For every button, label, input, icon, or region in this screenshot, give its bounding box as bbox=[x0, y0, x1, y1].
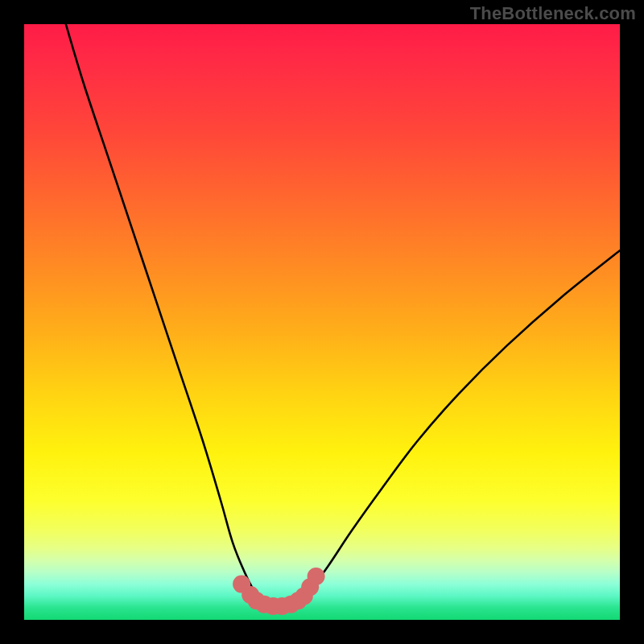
chart-svg bbox=[24, 24, 620, 620]
chart-frame: TheBottleneck.com bbox=[0, 0, 644, 644]
curve-right-branch bbox=[298, 250, 620, 599]
curve-left-branch bbox=[66, 24, 259, 599]
plot-area bbox=[24, 24, 620, 620]
marker-dot bbox=[308, 568, 325, 585]
watermark-text: TheBottleneck.com bbox=[470, 3, 636, 24]
